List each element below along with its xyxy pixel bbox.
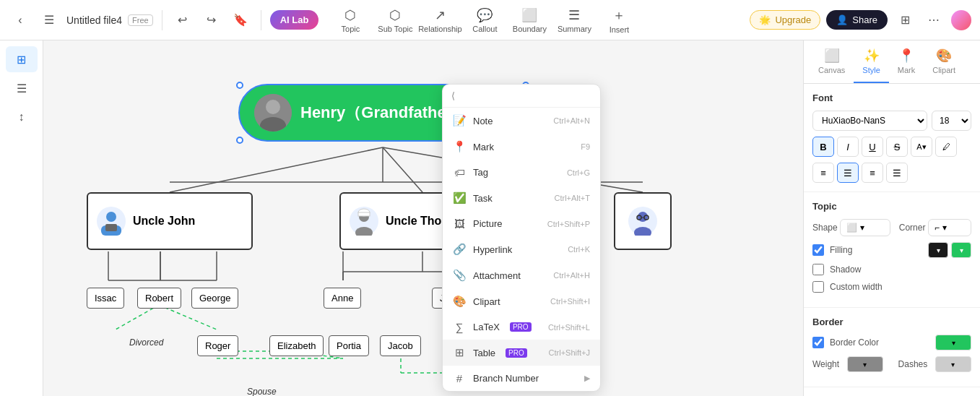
custom-width-label: Custom width bbox=[830, 282, 883, 292]
picture-label: Picture bbox=[473, 218, 502, 229]
filling-label: Filling bbox=[830, 245, 852, 255]
menu-item-mark[interactable]: 📍 Mark F9 bbox=[443, 134, 600, 160]
filling-color-row: ▾ ▾ bbox=[928, 242, 971, 258]
hyperlink-label: Hyperlink bbox=[473, 244, 512, 255]
relationship-icon: ↗ bbox=[435, 7, 446, 23]
note-icon: 📝 bbox=[453, 114, 466, 127]
shape-select[interactable]: ⬜ ▾ bbox=[840, 219, 890, 236]
bookmark-button[interactable]: 🔖 bbox=[229, 9, 252, 32]
menu-item-clipart[interactable]: 🎨 Clipart Ctrl+Shift+I bbox=[443, 288, 600, 314]
menu-item-mark-left: 📍 Mark bbox=[453, 140, 494, 153]
panel-grid-btn[interactable]: ⊞ bbox=[6, 46, 38, 72]
uncle3-avatar bbox=[628, 207, 657, 236]
border-color-checkbox[interactable] bbox=[812, 337, 824, 348]
underline-button[interactable]: U bbox=[862, 137, 883, 157]
child-jacob[interactable]: Jacob bbox=[380, 335, 421, 356]
menu-item-task[interactable]: ✅ Task Ctrl+Alt+T bbox=[443, 185, 600, 211]
uncle-john-node[interactable]: Uncle John bbox=[87, 192, 253, 250]
align-right-button[interactable]: ≡ bbox=[862, 163, 883, 183]
tab-mark[interactable]: 📍 Mark bbox=[889, 40, 924, 83]
strikethrough-button[interactable]: S bbox=[886, 137, 908, 157]
upgrade-button[interactable]: 🌟 Upgrade bbox=[750, 10, 820, 30]
canvas-area[interactable]: Henry（Grandfather） Uncle John bbox=[43, 40, 803, 396]
undo-button[interactable]: ↩ bbox=[171, 9, 194, 32]
canvas-tab-icon: ⬜ bbox=[824, 48, 840, 64]
fill-color-green[interactable]: ▾ bbox=[951, 242, 971, 258]
align-left-button[interactable]: ≡ bbox=[812, 163, 834, 183]
menu-item-attachment-left: 📎 Attachment bbox=[453, 269, 521, 282]
tool-insert[interactable]: ＋ Insert bbox=[597, 3, 641, 38]
select-handle-bl bbox=[236, 137, 243, 144]
back-button[interactable]: ‹ bbox=[9, 9, 32, 32]
clipart-label: Clipart bbox=[473, 296, 500, 307]
custom-width-checkbox[interactable] bbox=[812, 281, 824, 293]
menu-item-hyperlink[interactable]: 🔗 Hyperlink Ctrl+K bbox=[443, 236, 600, 262]
child-roger[interactable]: Roger bbox=[197, 335, 238, 356]
child-elizabeth[interactable]: Elizabeth bbox=[269, 335, 324, 356]
latex-icon: ∑ bbox=[453, 321, 466, 333]
tool-subtopic[interactable]: ⬡ Sub Topic bbox=[373, 3, 417, 38]
bold-button[interactable]: B bbox=[812, 137, 834, 157]
align-center-button[interactable]: ☰ bbox=[837, 163, 859, 183]
picture-icon: 🖼 bbox=[453, 218, 466, 230]
menu-item-tag[interactable]: 🏷 Tag Ctrl+G bbox=[443, 160, 600, 185]
panel-outline-btn[interactable]: ↕ bbox=[6, 104, 38, 130]
child-issac[interactable]: Issac bbox=[87, 288, 124, 309]
free-badge: Free bbox=[128, 14, 153, 26]
tool-boundary-label: Boundary bbox=[513, 25, 547, 33]
tab-clipart[interactable]: 🎨 Clipart bbox=[924, 40, 964, 83]
child-robert[interactable]: Robert bbox=[137, 288, 181, 309]
align-justify-button[interactable]: ☰ bbox=[886, 163, 908, 183]
highlight-button[interactable]: 🖊 bbox=[935, 137, 957, 157]
tool-summary[interactable]: ☰ Summary bbox=[552, 3, 596, 38]
branch-number-label: Branch Number bbox=[473, 373, 539, 384]
dashes-select[interactable]: ▾ bbox=[935, 356, 971, 372]
app-title: Untitled file4 bbox=[66, 14, 122, 26]
font-size-select[interactable]: 18 bbox=[932, 111, 971, 131]
corner-select[interactable]: ⌐ ▾ bbox=[928, 219, 971, 236]
menu-button[interactable]: ☰ bbox=[38, 9, 61, 32]
tab-style[interactable]: ✨ Style bbox=[854, 40, 888, 83]
menu-item-latex[interactable]: ∑ LaTeX PRO Ctrl+Shift+L bbox=[443, 314, 600, 340]
user-avatar[interactable] bbox=[951, 10, 971, 30]
menu-item-branch-number[interactable]: # Branch Number ▶ bbox=[443, 366, 600, 391]
table-icon: ⊞ bbox=[453, 346, 466, 359]
share-button[interactable]: 👤 Share bbox=[826, 10, 888, 30]
font-section: Font HuXiaoBo-NanS 18 B I U S A▾ 🖊 ≡ ☰ bbox=[804, 84, 980, 192]
ai-lab-button[interactable]: AI Lab bbox=[270, 10, 319, 30]
task-label: Task bbox=[473, 193, 493, 204]
tab-canvas[interactable]: ⬜ Canvas bbox=[810, 40, 854, 83]
filling-checkbox[interactable] bbox=[812, 244, 824, 256]
menu-item-attachment[interactable]: 📎 Attachment Ctrl+Alt+H bbox=[443, 262, 600, 288]
tool-topic[interactable]: ⬡ Topic bbox=[329, 3, 372, 38]
menu-item-table[interactable]: ⊞ Table PRO Ctrl+Shift+J bbox=[443, 340, 600, 366]
tool-callout[interactable]: 💬 Callout bbox=[463, 3, 506, 38]
attachment-label: Attachment bbox=[473, 270, 521, 281]
filling-row: Filling ▾ ▾ bbox=[812, 242, 971, 258]
redo-button[interactable]: ↪ bbox=[200, 9, 223, 32]
child-anne[interactable]: Anne bbox=[324, 288, 361, 309]
font-color-button[interactable]: A▾ bbox=[911, 137, 932, 157]
tool-relationship[interactable]: ↗ Relationship bbox=[418, 3, 461, 38]
child-portia[interactable]: Portia bbox=[329, 335, 369, 356]
more-button[interactable]: ⋯ bbox=[922, 9, 945, 32]
child-george[interactable]: George bbox=[191, 288, 238, 309]
menu-item-table-left: ⊞ Table PRO bbox=[453, 346, 527, 359]
border-color-swatch[interactable]: ▾ bbox=[935, 335, 971, 350]
attachment-icon: 📎 bbox=[453, 269, 466, 282]
uncle-3-node[interactable] bbox=[614, 192, 672, 250]
menu-item-picture[interactable]: 🖼 Picture Ctrl+Shift+P bbox=[443, 211, 600, 236]
weight-select[interactable]: ▾ bbox=[847, 356, 883, 372]
italic-button[interactable]: I bbox=[837, 137, 859, 157]
latex-shortcut: Ctrl+Shift+L bbox=[548, 323, 590, 332]
tool-boundary[interactable]: ⬜ Boundary bbox=[508, 3, 551, 38]
apps-button[interactable]: ⊞ bbox=[893, 9, 916, 32]
menu-item-note[interactable]: 📝 Note Ctrl+Alt+N bbox=[443, 108, 600, 134]
fill-color-dark[interactable]: ▾ bbox=[928, 242, 948, 258]
share-label: Share bbox=[852, 14, 877, 25]
dashes-chevron: ▾ bbox=[951, 361, 955, 369]
panel-list-btn[interactable]: ☰ bbox=[6, 75, 38, 101]
shadow-checkbox[interactable] bbox=[812, 264, 824, 275]
font-family-select[interactable]: HuXiaoBo-NanS bbox=[812, 111, 927, 131]
clipart-tab-icon: 🎨 bbox=[936, 48, 952, 64]
